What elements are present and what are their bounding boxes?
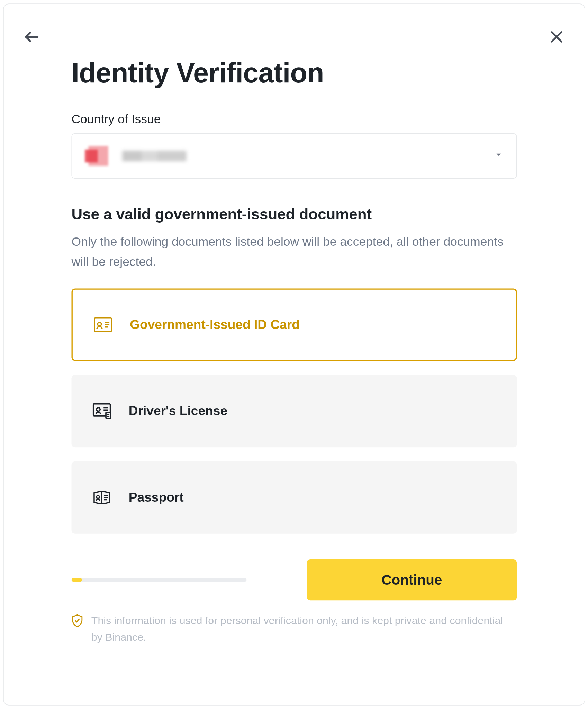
back-button[interactable] (21, 27, 42, 48)
country-flag-icon (85, 143, 112, 170)
privacy-footnote: This information is used for personal ve… (71, 613, 517, 646)
continue-button[interactable]: Continue (307, 559, 517, 600)
doc-option-license[interactable]: Driver's License (71, 375, 517, 447)
doc-section-description: Only the following documents listed belo… (71, 232, 517, 271)
doc-option-passport[interactable]: Passport (71, 461, 517, 534)
svg-point-1 (98, 322, 101, 326)
country-select[interactable] (71, 133, 517, 179)
doc-option-label: Passport (128, 490, 183, 505)
id-card-icon (93, 317, 112, 333)
progress-bar (71, 578, 246, 582)
arrow-left-icon (23, 28, 40, 48)
privacy-footnote-text: This information is used for personal ve… (91, 613, 517, 646)
close-icon (548, 29, 564, 47)
country-field-label: Country of Issue (71, 112, 517, 126)
caret-down-icon (494, 150, 503, 162)
doc-option-label: Driver's License (128, 404, 227, 419)
content: Identity Verification Country of Issue U… (21, 43, 567, 687)
doc-option-gov-id[interactable]: Government-Issued ID Card (71, 289, 517, 361)
svg-point-3 (97, 408, 100, 411)
svg-point-5 (96, 496, 99, 499)
doc-option-label: Government-Issued ID Card (130, 317, 300, 332)
page-title: Identity Verification (71, 57, 517, 89)
verification-panel: Identity Verification Country of Issue U… (3, 3, 585, 706)
shield-check-icon (71, 614, 83, 626)
close-button[interactable] (546, 27, 567, 48)
bottom-row: Continue (71, 559, 517, 600)
progress-fill (71, 578, 82, 582)
passport-icon (92, 490, 111, 506)
drivers-license-icon (92, 403, 111, 419)
country-name-redacted (122, 151, 187, 161)
doc-section-title: Use a valid government-issued document (71, 206, 517, 224)
top-bar (21, 25, 567, 43)
